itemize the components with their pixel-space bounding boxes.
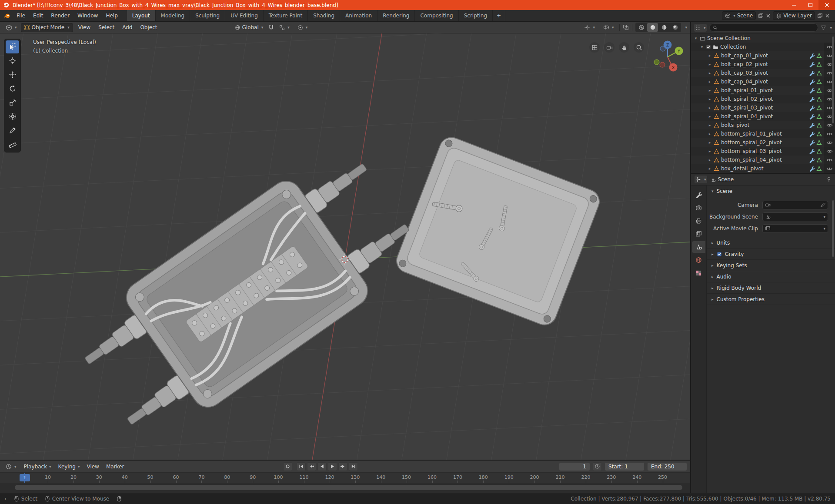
outliner-scrollbar[interactable]	[832, 36, 834, 123]
tool-annotate-button[interactable]	[6, 124, 19, 137]
blender-app-menu-icon[interactable]	[3, 13, 11, 19]
gizmo-neg-x-ball[interactable]	[660, 62, 665, 67]
junction-box[interactable]	[66, 137, 428, 451]
modifier-wrench-icon[interactable]	[809, 157, 815, 163]
expand-toggle-icon[interactable]: ▸	[708, 166, 712, 171]
frame-end-field[interactable]: End: 250	[647, 462, 687, 471]
expand-toggle-icon[interactable]: ▸	[708, 53, 712, 58]
xray-toggle[interactable]	[623, 24, 629, 30]
show-gizmo-toggle[interactable]: ▾	[581, 23, 598, 31]
modifier-wrench-icon[interactable]	[809, 79, 815, 85]
expand-toggle-icon[interactable]: ▸	[708, 97, 712, 101]
frame-start-field[interactable]: Start: 1	[605, 462, 645, 471]
mesh-data-icon[interactable]	[816, 140, 822, 146]
section-gravity[interactable]: ▸Gravity	[707, 248, 835, 259]
outliner-row-bottom-spiral-04-pivot[interactable]: ▸bottom_spiral_04_pivot	[691, 156, 835, 164]
timeline-menu-keying[interactable]: Keying▾	[55, 462, 84, 471]
perspective-ortho-toggle[interactable]	[589, 42, 600, 53]
mesh-data-icon[interactable]	[816, 88, 822, 93]
mesh-data-icon[interactable]	[816, 79, 822, 85]
tool-select-box-button[interactable]	[6, 40, 19, 53]
expand-toggle-icon[interactable]: ▸	[708, 149, 712, 153]
next-keyframe-button[interactable]	[338, 462, 347, 471]
playhead-current-frame[interactable]: 1	[20, 474, 30, 481]
move-view-hand-button[interactable]	[619, 42, 629, 53]
workspace-tab-compositing[interactable]: Compositing	[415, 10, 458, 21]
play-button[interactable]	[328, 462, 337, 471]
viewport-3d[interactable]: User Perspective (Local) (1) Collection	[0, 33, 690, 460]
modifier-wrench-icon[interactable]	[809, 123, 815, 128]
mesh-data-icon[interactable]	[816, 96, 822, 102]
new-view-layer-button[interactable]	[817, 13, 823, 19]
jump-end-button[interactable]	[349, 462, 358, 471]
viewport-menu-select[interactable]: Select	[94, 23, 118, 32]
scene-panel-header[interactable]: ▾ Scene	[707, 186, 835, 197]
properties-tab-texture[interactable]	[692, 267, 705, 279]
shading-options-dropdown[interactable]: ▾	[685, 25, 687, 30]
section-audio[interactable]: ▸Audio	[707, 271, 835, 282]
add-workspace-button[interactable]: +	[493, 10, 505, 21]
menubar-menu-render[interactable]: Render	[47, 11, 73, 20]
outliner-search-input[interactable]	[720, 24, 815, 31]
workspace-tab-uv-editing[interactable]: UV Editing	[225, 10, 264, 21]
expand-toggle-icon[interactable]: ▸	[708, 140, 712, 145]
properties-tab-scene[interactable]	[692, 241, 705, 253]
play-reverse-button[interactable]	[317, 462, 327, 471]
box-lid[interactable]	[393, 134, 603, 328]
expand-toggle-icon[interactable]: ▸	[708, 80, 712, 84]
gizmo-neg-y-ball[interactable]	[654, 60, 659, 65]
outliner-row-scene-collection[interactable]: ▾Scene Collection	[691, 34, 835, 43]
section-custom-properties[interactable]: ▸Custom Properties	[707, 293, 835, 305]
record-button[interactable]	[283, 462, 292, 471]
workspace-tab-layout[interactable]: Layout	[127, 10, 156, 21]
outliner-row-bolt-cap-01-pivot[interactable]: ▸bolt_cap_01_pivot	[691, 51, 835, 60]
expand-toggle-icon[interactable]: ▸	[708, 71, 712, 75]
menubar-menu-file[interactable]: File	[13, 11, 29, 20]
outliner-row-bolt-cap-02-pivot[interactable]: ▸bolt_cap_02_pivot	[691, 60, 835, 69]
modifier-wrench-icon[interactable]	[809, 62, 815, 67]
modifier-wrench-icon[interactable]	[809, 140, 815, 146]
new-scene-button[interactable]	[758, 13, 764, 19]
modifier-wrench-icon[interactable]	[809, 131, 815, 137]
background-scene-field[interactable]: ▾	[762, 212, 828, 221]
tool-rotate-button[interactable]	[6, 82, 19, 95]
timeline-horizontal-scrollbar[interactable]	[15, 485, 682, 490]
camera-view-button[interactable]	[604, 42, 615, 53]
modifier-wrench-icon[interactable]	[809, 105, 815, 111]
status-expand-icon[interactable]: ›	[4, 496, 7, 502]
shading-rendered-button[interactable]	[670, 23, 681, 32]
properties-tab-render[interactable]	[692, 202, 705, 214]
editor-type-3d-viewport-button[interactable]: ▾	[3, 23, 20, 32]
visibility-eye-icon[interactable]	[826, 148, 833, 155]
scene-selector[interactable]: ▾ Scene	[722, 11, 756, 20]
camera-field[interactable]	[762, 201, 828, 209]
shading-solid-button[interactable]	[647, 23, 658, 32]
snap-target-select[interactable]: ▾	[277, 24, 292, 31]
section-rigid-body-world[interactable]: ▸Rigid Body World	[707, 282, 835, 293]
use-preview-range-clock-button[interactable]	[593, 462, 602, 471]
mesh-data-icon[interactable]	[816, 131, 822, 137]
expand-toggle-icon[interactable]: ▸	[708, 158, 712, 162]
mesh-data-icon[interactable]	[816, 166, 822, 172]
tool-scale-button[interactable]	[6, 96, 19, 109]
shading-wireframe-button[interactable]	[636, 23, 647, 32]
prev-keyframe-button[interactable]	[307, 462, 316, 471]
workspace-tab-modeling[interactable]: Modeling	[156, 10, 190, 21]
close-button[interactable]	[818, 0, 835, 10]
tool-move-button[interactable]	[6, 68, 19, 81]
mesh-data-icon[interactable]	[816, 157, 822, 163]
outliner-row-bottom-spiral-02-pivot[interactable]: ▸bottom_spiral_02_pivot	[691, 138, 835, 147]
section-keying-sets[interactable]: ▸Keying Sets	[707, 259, 835, 271]
viewport-menu-view[interactable]: View	[74, 23, 94, 32]
tool-measure-button[interactable]	[6, 138, 19, 151]
outliner-row-bolt-spiral-04-pivot[interactable]: ▸bolt_spiral_04_pivot	[691, 112, 835, 121]
mesh-data-icon[interactable]	[816, 123, 822, 128]
workspace-tab-rendering[interactable]: Rendering	[377, 10, 415, 21]
outliner-row-box-detail-pivot[interactable]: ▸box_detail_pivot	[691, 164, 835, 173]
workspace-tab-shading[interactable]: Shading	[308, 10, 340, 21]
modifier-wrench-icon[interactable]	[809, 53, 815, 59]
eyedropper-icon[interactable]	[820, 202, 825, 208]
outliner-row-bolt-cap-03-pivot[interactable]: ▸bolt_cap_03_pivot	[691, 69, 835, 77]
expand-toggle-icon[interactable]: ▸	[708, 106, 712, 110]
shading-material-button[interactable]	[658, 23, 669, 32]
